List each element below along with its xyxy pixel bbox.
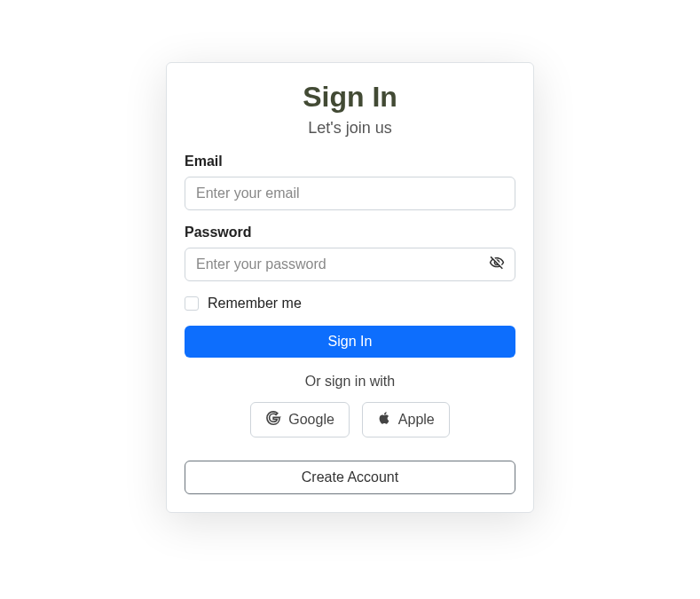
apple-icon [377, 410, 391, 430]
google-icon [265, 410, 281, 430]
page-title: Sign In [185, 81, 515, 114]
password-wrapper [185, 248, 515, 281]
remember-label[interactable]: Remember me [208, 296, 302, 311]
email-label: Email [185, 154, 515, 169]
remember-row: Remember me [185, 296, 515, 311]
apple-label: Apple [398, 412, 435, 428]
google-signin-button[interactable]: Google [250, 402, 350, 437]
create-account-button[interactable]: Create Account [185, 461, 515, 494]
remember-checkbox[interactable] [185, 296, 199, 311]
social-row: Google Apple [185, 402, 515, 437]
password-group: Password [185, 225, 515, 281]
google-label: Google [288, 412, 334, 428]
apple-signin-button[interactable]: Apple [362, 402, 450, 437]
signin-button[interactable]: Sign In [185, 326, 515, 358]
email-group: Email [185, 154, 515, 210]
password-label: Password [185, 225, 515, 240]
page-subtitle: Let's join us [185, 119, 515, 138]
email-input[interactable] [185, 177, 515, 210]
eye-off-icon[interactable] [489, 255, 505, 274]
signin-card: Sign In Let's join us Email Password Rem… [166, 62, 534, 513]
password-input[interactable] [185, 248, 515, 281]
social-divider-text: Or sign in with [185, 374, 515, 390]
